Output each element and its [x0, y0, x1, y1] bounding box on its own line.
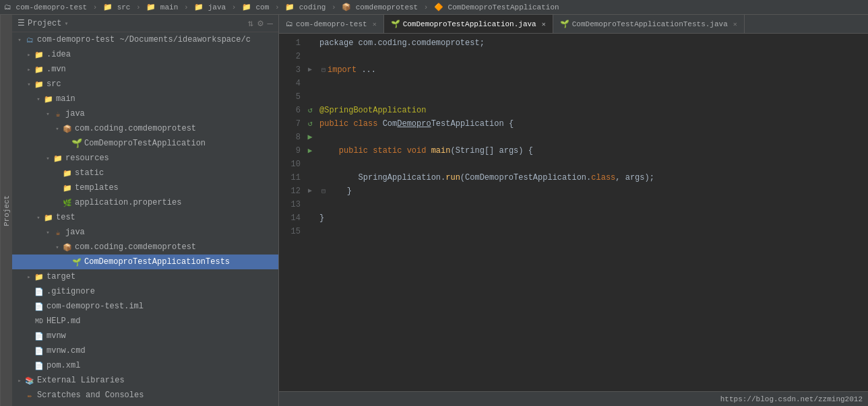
tree-item-gitignore[interactable]: 📄 .gitignore — [12, 284, 278, 299]
tree-item-test[interactable]: 📁 test — [12, 210, 278, 225]
package-icon: 📦 — [62, 123, 73, 134]
gitignore-icon: 📄 — [34, 286, 44, 297]
tab-label: com-demopro-test — [296, 20, 367, 28]
close-icon[interactable]: ✕ — [373, 20, 377, 28]
tree-item-helpmd[interactable]: MD HELP.md — [12, 314, 278, 329]
code-line-2 — [319, 50, 868, 63]
arrow-icon — [43, 229, 53, 236]
tree-item-mvnw[interactable]: 📄 mvnw — [12, 329, 278, 343]
arrow-icon — [43, 110, 53, 118]
tab-test-class[interactable]: 🌱 ComDemoproTestApplicationTests.java ✕ — [553, 15, 745, 33]
test-class-icon: 🌱 — [71, 257, 82, 267]
tab-label: ComDemoproTestApplication.java — [403, 20, 536, 28]
tree-item-label: mvnw.cmd — [46, 346, 86, 356]
properties-icon: 🌿 — [62, 197, 73, 208]
tree-item-label: test — [56, 213, 75, 222]
gutter: ▶ ↺ ↺ ▶ ▶ ▶ — [303, 36, 317, 238]
project-tree[interactable]: 🗂 com-demopro-test ~/Documents/ideaworks… — [12, 32, 278, 406]
tree-item-package[interactable]: 📦 com.coding.comdemoprotest — [12, 121, 278, 136]
tree-item-label: Scratches and Consoles — [37, 391, 144, 400]
tree-item-properties[interactable]: 🌿 application.properties — [12, 195, 278, 210]
tab-icon: 🌱 — [391, 20, 400, 28]
tab-bar[interactable]: 🗂 com-demopro-test ✕ 🌱 ComDemoproTestApp… — [279, 15, 868, 34]
arrow-icon — [24, 81, 34, 88]
tree-item-scratches[interactable]: ✏️ Scratches and Consoles — [12, 388, 278, 403]
tree-item-idea[interactable]: 📁 .idea — [12, 47, 278, 62]
folder-icon: 📁 — [34, 79, 44, 90]
tree-item-label: java — [65, 109, 85, 119]
minimize-icon[interactable]: — — [268, 18, 273, 29]
close-icon[interactable]: ✕ — [733, 20, 737, 28]
editor-area: 🗂 com-demopro-test ✕ 🌱 ComDemoproTestApp… — [279, 15, 868, 406]
tree-item-iml[interactable]: 📄 com-demopro-test.iml — [12, 299, 278, 314]
arrow-icon — [24, 273, 34, 281]
tab-main-class[interactable]: 🌱 ComDemoproTestApplication.java ✕ — [384, 15, 553, 33]
md-icon: MD — [34, 316, 44, 327]
tree-item-target[interactable]: 📁 target — [12, 269, 278, 284]
code-lines[interactable]: package com.coding.comdemoprotest; ⊟impo… — [317, 36, 868, 238]
folder-icon: 📁 — [34, 64, 44, 75]
code-line-15 — [319, 225, 868, 238]
tree-item-label: com.coding.comdemoprotest — [75, 124, 196, 133]
code-line-3: ⊟import ... — [319, 63, 868, 77]
arrow-icon — [24, 51, 34, 59]
collapse-all-icon[interactable]: ⇅ — [248, 18, 253, 29]
code-line-4 — [319, 77, 868, 90]
package-icon: 📦 — [62, 242, 73, 252]
tree-item-src[interactable]: 📁 src — [12, 77, 278, 92]
tree-item-java-test[interactable]: ☕ java — [12, 225, 278, 240]
code-line-5 — [319, 90, 868, 104]
tree-item-label: static — [75, 168, 104, 178]
breadcrumb: 🗂 com-demopro-test › 📁 src › 📁 main › 📁 … — [4, 3, 559, 11]
xml-icon: 📄 — [34, 360, 44, 371]
tree-item-label: java — [65, 228, 85, 237]
tree-item-package-test[interactable]: 📦 com.coding.comdemoprotest — [12, 240, 278, 255]
arrow-icon — [24, 66, 34, 73]
tree-item-main-class[interactable]: 🌱 ComDemoproTestApplication — [12, 136, 278, 151]
folder-icon: 📁 — [53, 153, 63, 164]
tab-label: ComDemoproTestApplicationTests.java — [572, 20, 728, 28]
code-line-12: ⊟ } — [319, 184, 868, 198]
tree-item-label: com-demopro-test ~/Documents/ideaworkspa… — [37, 35, 251, 44]
breadcrumb-bar: 🗂 com-demopro-test › 📁 src › 📁 main › 📁 … — [0, 0, 868, 15]
code-line-13 — [319, 198, 868, 211]
tree-item-label: target — [46, 272, 75, 281]
project-sidebar: ☰ Project ▾ ⇅ ⚙ — 🗂 com-demopro-test ~/D… — [12, 15, 279, 406]
tab-icon: 🗂 — [286, 20, 293, 28]
java-folder-icon: ☕ — [53, 227, 63, 238]
tree-item-main[interactable]: 📁 main — [12, 92, 278, 106]
tree-item-pomxml[interactable]: 📄 pom.xml — [12, 358, 278, 373]
file-icon: 📄 — [34, 331, 44, 341]
code-line-10 — [319, 158, 868, 171]
tree-item-ext-libs[interactable]: 📚 External Libraries — [12, 373, 278, 388]
tree-item-test-class[interactable]: 🌱 ComDemoproTestApplicationTests — [12, 255, 278, 269]
tree-item-label: mvnw — [46, 331, 66, 341]
tree-item-label: .idea — [46, 50, 71, 59]
tree-item-label: resources — [65, 154, 109, 163]
close-icon[interactable]: ✕ — [542, 20, 546, 28]
arrow-icon — [34, 214, 43, 222]
code-editor[interactable]: 1 2 3 4 5 6 7 8 9 10 11 12 13 14 15 — [279, 34, 868, 391]
java-folder-icon: ☕ — [53, 108, 63, 119]
arrow-icon — [34, 96, 43, 103]
tree-item-static[interactable]: 📁 static — [12, 166, 278, 180]
sidebar-actions[interactable]: ⇅ ⚙ — — [248, 18, 273, 29]
tree-item-mvn[interactable]: 📁 .mvn — [12, 62, 278, 77]
settings-icon[interactable]: ⚙ — [257, 18, 263, 29]
status-bar: https://blog.csdn.net/zzming2012 — [279, 391, 868, 406]
tree-item-label: .gitignore — [46, 287, 95, 296]
tree-item-resources[interactable]: 📁 resources — [12, 151, 278, 166]
arrow-icon — [15, 377, 24, 384]
code-line-1: package com.coding.comdemoprotest; — [319, 36, 868, 50]
tree-item-root[interactable]: 🗂 com-demopro-test ~/Documents/ideaworks… — [12, 32, 278, 47]
tree-item-templates[interactable]: 📁 templates — [12, 180, 278, 195]
arrow-icon — [53, 244, 62, 251]
tree-item-java-main[interactable]: ☕ java — [12, 106, 278, 121]
tree-item-label: HELP.md — [46, 316, 80, 326]
folder-icon: 📁 — [43, 94, 54, 104]
tree-item-mvnw-cmd[interactable]: 📄 mvnw.cmd — [12, 343, 278, 358]
arrow-icon — [15, 36, 24, 44]
tree-item-label: main — [56, 94, 75, 104]
tree-item-label: src — [46, 79, 61, 89]
tab-project[interactable]: 🗂 com-demopro-test ✕ — [279, 15, 384, 33]
